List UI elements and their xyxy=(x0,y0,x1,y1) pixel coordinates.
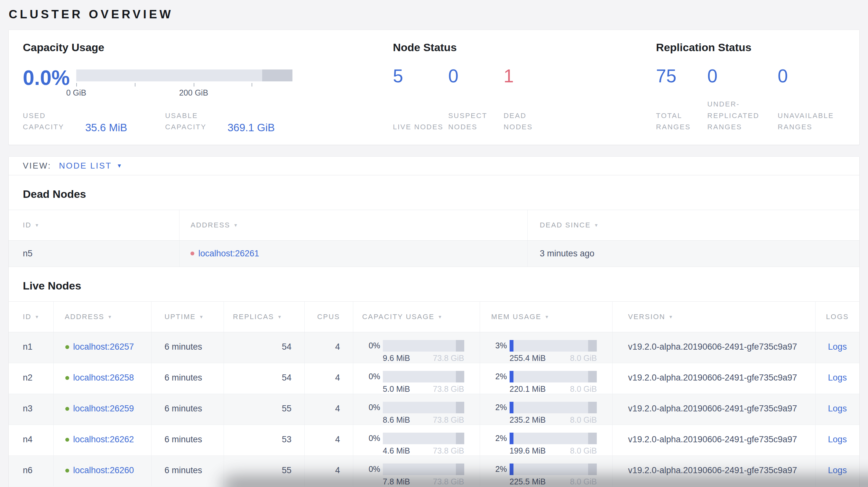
live-col-address[interactable]: ADDRESS ▼ xyxy=(54,302,152,332)
node-address-link[interactable]: localhost:26260 xyxy=(73,465,134,476)
node-replicas: 54 xyxy=(224,332,305,363)
live-nodes-label: LIVE NODES xyxy=(393,121,448,132)
live-nodes-title: Live Nodes xyxy=(23,279,859,292)
mem-used-value: 225.5 MiB xyxy=(509,477,546,486)
dead-nodes-label: DEAD NODES xyxy=(503,110,559,132)
capacity-bar-tail xyxy=(456,402,464,413)
live-col-uptime[interactable]: UPTIME ▼ xyxy=(152,302,224,332)
capacity-used-value: 8.6 MiB xyxy=(383,415,410,425)
capacity-mini-bar xyxy=(383,340,464,352)
logs-link[interactable]: Logs xyxy=(828,373,847,394)
capacity-bar-tail xyxy=(456,340,464,352)
live-col-cpus: CPUS xyxy=(305,302,353,332)
suspect-nodes-label: SUSPECT NODES xyxy=(448,110,503,132)
dead-nodes-stat: 1 DEAD NODES xyxy=(503,67,559,132)
live-status-icon xyxy=(65,438,69,442)
unavailable-label: UNAVAILABLE RANGES xyxy=(778,110,845,132)
under-replicated-label: UNDER-REPLICATED RANGES xyxy=(708,98,778,132)
under-replicated-ranges-stat: 0 UNDER-REPLICATED RANGES xyxy=(708,67,778,132)
mem-percent: 2% xyxy=(489,372,507,381)
mem-total-value: 8.0 GiB xyxy=(570,415,597,425)
node-address-link[interactable]: localhost:26258 xyxy=(73,373,134,383)
table-row: n4 localhost:26262 6 minutes 53 4 0% 4.6… xyxy=(9,425,859,456)
capacity-used-value: 4.6 MiB xyxy=(383,446,410,455)
capacity-usage-cell: 0% 4.6 MiB 73.8 GiB xyxy=(353,425,480,455)
logs-link[interactable]: Logs xyxy=(828,465,847,486)
mem-mini-bar xyxy=(509,463,597,475)
view-bar: VIEW: NODE LIST ▼ xyxy=(9,157,859,175)
dead-since-value: 3 minutes ago xyxy=(528,240,859,267)
used-capacity-value: 35.6 MiB xyxy=(85,122,127,134)
usable-capacity-value: 369.1 GiB xyxy=(227,122,275,134)
capacity-mini-bar xyxy=(383,371,464,383)
capacity-usage-chart: 0.0% 0 GiB 200 GiB xyxy=(23,68,393,98)
mem-total-value: 8.0 GiB xyxy=(570,354,597,363)
node-replicas: 55 xyxy=(224,394,305,425)
mem-used-value: 255.4 MiB xyxy=(509,354,546,363)
capacity-total-value: 73.8 GiB xyxy=(433,446,464,455)
mem-usage-cell: 3% 255.4 MiB 8.0 GiB xyxy=(480,332,613,363)
capacity-usage-title: Capacity Usage xyxy=(23,41,393,54)
node-uptime: 6 minutes xyxy=(152,456,224,486)
capacity-usage-cell: 0% 5.0 MiB 73.8 GiB xyxy=(353,363,480,394)
mem-bar-fill xyxy=(509,371,514,383)
capacity-bar-nonusable-segment xyxy=(262,69,292,82)
sort-arrow-icon: ▼ xyxy=(669,314,674,319)
mem-total-value: 8.0 GiB xyxy=(570,446,597,455)
capacity-bar-tail xyxy=(456,463,464,475)
capacity-axis-ticks xyxy=(76,83,292,88)
capacity-usage-cell: 0% 8.6 MiB 73.8 GiB xyxy=(353,394,480,425)
mem-usage-cell: 2% 235.2 MiB 8.0 GiB xyxy=(480,394,613,425)
capacity-used-value: 9.6 MiB xyxy=(383,354,410,363)
mem-used-value: 199.6 MiB xyxy=(509,446,546,455)
unavailable-ranges-stat: 0 UNAVAILABLE RANGES xyxy=(778,67,845,132)
mem-mini-bar xyxy=(509,340,597,352)
node-version: v19.2.0-alpha.20190606-2491-gfe735c9a97 xyxy=(613,363,815,394)
total-ranges-stat: 75 TOTAL RANGES xyxy=(656,67,708,132)
replication-status-section: Replication Status 75 TOTAL RANGES 0 UND… xyxy=(656,41,845,132)
view-selector-dropdown[interactable]: NODE LIST ▼ xyxy=(59,161,122,171)
chevron-down-icon: ▼ xyxy=(117,163,122,169)
node-address-link[interactable]: localhost:26262 xyxy=(73,434,134,445)
live-col-replicas[interactable]: REPLICAS ▼ xyxy=(224,302,305,332)
node-address-cell: localhost:26259 xyxy=(54,394,152,425)
live-col-capacity-usage[interactable]: CAPACITY USAGE ▼ xyxy=(353,302,480,332)
total-ranges-count: 75 xyxy=(656,67,708,85)
mem-usage-cell: 2% 199.6 MiB 8.0 GiB xyxy=(480,425,613,455)
mem-bar-tail xyxy=(588,371,597,383)
node-cpus: 4 xyxy=(305,332,353,363)
logs-link[interactable]: Logs xyxy=(828,404,847,425)
node-replicas: 53 xyxy=(224,425,305,455)
live-nodes-stat: 5 LIVE NODES xyxy=(393,67,448,132)
node-version: v19.2.0-alpha.20190606-2491-gfe735c9a97 xyxy=(613,425,815,455)
table-row: n6 localhost:26260 6 minutes 55 4 0% 7.8… xyxy=(9,456,859,487)
live-status-icon xyxy=(65,469,69,473)
node-address-link[interactable]: localhost:26257 xyxy=(73,342,134,352)
live-col-mem-usage[interactable]: MEM USAGE ▼ xyxy=(480,302,613,332)
dead-col-dead-since[interactable]: DEAD SINCE ▼ xyxy=(528,210,859,240)
live-col-id[interactable]: ID ▼ xyxy=(9,302,54,332)
node-id: n3 xyxy=(9,394,54,425)
live-nodes-count: 5 xyxy=(393,67,448,85)
live-status-icon xyxy=(65,407,69,411)
mem-percent: 3% xyxy=(489,341,507,350)
node-replicas: 55 xyxy=(224,456,305,486)
node-address-link[interactable]: localhost:26259 xyxy=(73,404,134,414)
view-label: VIEW: xyxy=(23,161,51,171)
node-address-link[interactable]: localhost:26261 xyxy=(198,249,259,259)
logs-link[interactable]: Logs xyxy=(828,342,847,363)
live-col-version[interactable]: VERSION ▼ xyxy=(613,302,815,332)
capacity-usage-cell: 0% 7.8 MiB 73.8 GiB xyxy=(353,456,480,486)
cluster-summary-card: Capacity Usage 0.0% 0 GiB 200 Gi xyxy=(9,30,859,145)
mem-bar-fill xyxy=(509,402,514,413)
dead-node-id: n5 xyxy=(9,240,180,267)
dead-col-address[interactable]: ADDRESS ▼ xyxy=(180,210,527,240)
capacity-percent: 0% xyxy=(362,433,380,443)
node-uptime: 6 minutes xyxy=(152,394,224,425)
logs-link[interactable]: Logs xyxy=(828,434,847,455)
capacity-total-value: 73.8 GiB xyxy=(433,415,464,425)
sort-arrow-icon: ▼ xyxy=(199,314,204,319)
sort-arrow-icon: ▼ xyxy=(107,314,113,319)
mem-bar-fill xyxy=(509,463,514,475)
dead-col-id[interactable]: ID ▼ xyxy=(9,210,180,240)
